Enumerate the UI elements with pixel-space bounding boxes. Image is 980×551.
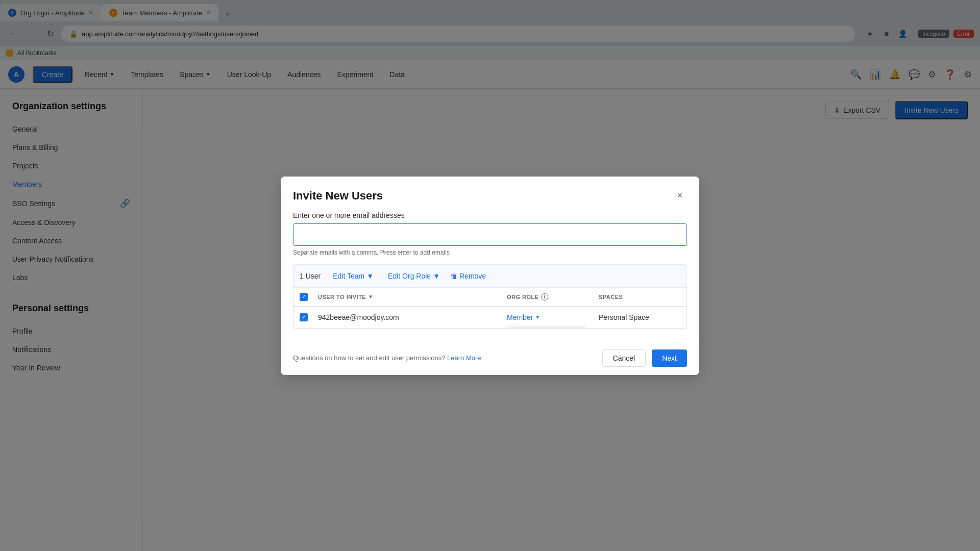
edit-team-arrow: ▼ [366,272,374,280]
email-hint: Separate emails with a comma. Press ente… [293,249,687,256]
learn-more-link[interactable]: Learn More [447,354,481,362]
remove-icon: 🗑 [450,272,457,280]
table-row: ✓ 942beeae@moodjoy.com Member ▼ [293,307,687,328]
invite-users-modal: Invite New Users × Enter one or more ema… [281,177,699,375]
role-option-viewer[interactable]: Viewer ⚙ [507,328,588,329]
edit-org-role-arrow: ▼ [433,272,440,280]
user-col-sort-icon: ▼ [368,294,373,299]
role-dropdown-arrow: ▼ [535,314,540,320]
role-col-info-icon[interactable]: i [541,293,548,300]
user-spaces: Personal Space [599,313,649,321]
edit-team-dropdown[interactable]: Edit Team ▼ [329,270,378,282]
user-col-header: USER TO INVITE ▼ [318,294,507,300]
modal-footer: Questions on how to set and edit user pe… [281,341,699,375]
current-role-label: Member [507,313,533,321]
remove-button[interactable]: 🗑 Remove [450,272,486,280]
user-email: 942beeae@moodjoy.com [318,313,399,321]
user-count: 1 User [300,272,321,280]
spaces-col-header: SPACES [599,294,680,300]
role-col-header: ORG ROLE i [507,293,599,300]
modal-title: Invite New Users [293,189,383,203]
edit-org-role-dropdown[interactable]: Edit Org Role ▼ [384,270,444,282]
row-checkbox[interactable]: ✓ [300,313,308,321]
role-dropdown-menu: Viewer ⚙ Member Manager Ad [507,328,589,329]
select-all-checkbox[interactable]: ✓ [300,293,308,301]
next-button[interactable]: Next [652,349,687,367]
email-input[interactable] [293,223,687,246]
email-section-label: Enter one or more email addresses [293,211,687,219]
modal-close-button[interactable]: × [673,189,687,203]
footer-help: Questions on how to set and edit user pe… [293,354,481,362]
cancel-button[interactable]: Cancel [602,349,646,367]
role-dropdown-trigger[interactable]: Member ▼ [507,313,599,321]
modal-overlay: Invite New Users × Enter one or more ema… [0,0,980,551]
